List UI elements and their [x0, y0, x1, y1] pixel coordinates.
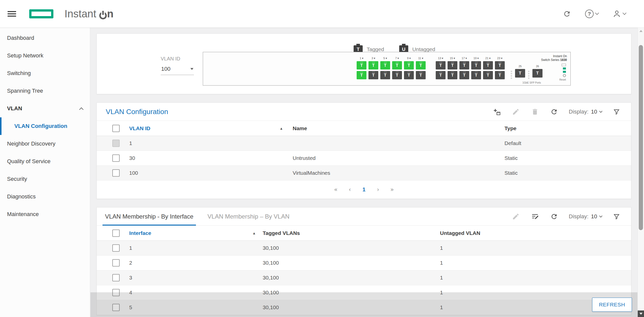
- cell-interface: 1: [129, 245, 132, 251]
- scroll-up-arrow[interactable]: [639, 30, 642, 32]
- help-menu[interactable]: ?: [585, 10, 598, 18]
- switch-port-14[interactable]: T: [436, 71, 446, 79]
- switch-port-5[interactable]: T: [380, 61, 390, 69]
- switch-port-20[interactable]: T: [471, 71, 481, 79]
- pagination-prev[interactable]: ‹: [349, 186, 351, 193]
- sfp-port-area: 25 T 26 T: [511, 65, 543, 79]
- switch-port-21[interactable]: T: [483, 61, 493, 69]
- row-checkbox[interactable]: [112, 169, 120, 177]
- column-header-tagged-vlans[interactable]: Tagged VLANs: [263, 230, 300, 236]
- switch-port-6[interactable]: T: [380, 71, 390, 79]
- refresh-table-button[interactable]: [550, 107, 559, 116]
- pagination-page-1[interactable]: 1: [362, 186, 365, 193]
- sidebar-item-spanning-tree[interactable]: Spanning Tree: [0, 82, 90, 100]
- display-count-dropdown[interactable]: Display: 10: [569, 109, 602, 115]
- pagination-last[interactable]: »: [390, 186, 393, 193]
- column-header-interface[interactable]: Interface: [129, 230, 151, 236]
- switch-port-22[interactable]: T: [483, 71, 493, 79]
- add-vlan-button[interactable]: [492, 107, 501, 116]
- switch-port-2[interactable]: T: [357, 71, 366, 79]
- port-number-label: 19 ▾: [473, 57, 479, 60]
- sidebar-item-vlan-configuration[interactable]: VLAN Configuration: [0, 117, 90, 135]
- switch-port-11[interactable]: T: [416, 61, 426, 69]
- row-checkbox[interactable]: [112, 259, 120, 267]
- refresh-table-button[interactable]: [550, 212, 559, 221]
- tab-vlan-membership-by-vlan[interactable]: VLAN Membership – By VLAN: [205, 207, 292, 225]
- switch-port-19[interactable]: T: [471, 61, 481, 69]
- cell-untagged-vlan: 1: [440, 260, 443, 266]
- column-header-type[interactable]: Type: [504, 125, 516, 131]
- table-row: 30 Untrusted Static: [97, 151, 631, 166]
- sync-icon[interactable]: [563, 10, 571, 18]
- edit-membership-button[interactable]: [511, 212, 520, 221]
- sidebar-item-neighbor-discovery[interactable]: Neighbor Discovery: [0, 135, 90, 153]
- switch-port-18[interactable]: T: [459, 71, 469, 79]
- switch-port-4[interactable]: T: [368, 71, 378, 79]
- user-menu[interactable]: [613, 10, 626, 18]
- sfp-caption: 1GbE SFP Ports: [506, 81, 557, 84]
- select-all-checkbox[interactable]: [112, 229, 120, 237]
- main-scrollbar[interactable]: [637, 28, 644, 317]
- switch-port-8[interactable]: T: [392, 71, 402, 79]
- column-header-vlan-id[interactable]: VLAN ID: [129, 125, 150, 131]
- switch-port-26[interactable]: T: [532, 69, 543, 78]
- pagination-first[interactable]: «: [334, 186, 337, 193]
- switch-port-15[interactable]: T: [448, 61, 457, 69]
- sidebar-item-dashboard[interactable]: Dashboard: [0, 29, 90, 47]
- display-label: Display:: [569, 109, 588, 115]
- delete-vlan-button[interactable]: [530, 107, 539, 116]
- scrollbar-thumb[interactable]: [639, 45, 643, 230]
- sidebar-item-maintenance[interactable]: Maintenance: [0, 205, 90, 223]
- scroll-down-arrow[interactable]: [638, 310, 644, 317]
- column-header-name[interactable]: Name: [293, 125, 307, 131]
- tab-vlan-membership-by-interface[interactable]: VLAN Membership - By Interface: [103, 207, 196, 225]
- vlan-id-dropdown[interactable]: 100: [161, 62, 194, 75]
- vlan-table-body: 1 Default 30 Untrusted Static 100 Virtua…: [97, 136, 631, 181]
- filter-button[interactable]: [612, 107, 621, 116]
- chevron-down-icon: [595, 11, 599, 15]
- switch-port-24[interactable]: T: [495, 71, 505, 79]
- sidebar-item-diagnostics[interactable]: Diagnostics: [0, 188, 90, 205]
- filter-button[interactable]: [612, 212, 621, 221]
- bulk-edit-button[interactable]: [530, 212, 539, 221]
- select-all-checkbox[interactable]: [112, 125, 120, 132]
- switch-port-17[interactable]: T: [459, 61, 469, 69]
- sidebar-item-label: Security: [7, 176, 27, 182]
- hpe-logo: [29, 9, 53, 18]
- port-number-label: 23 ▾: [497, 57, 502, 60]
- funnel-icon: [613, 108, 620, 115]
- port-column: 13 ▾TT: [436, 57, 446, 79]
- edit-vlan-button[interactable]: [511, 107, 520, 116]
- hamburger-menu-icon[interactable]: [8, 10, 16, 18]
- switch-model-number: 1830: [560, 58, 567, 62]
- port-column: 11 ▾TT: [416, 57, 426, 79]
- switch-port-16[interactable]: T: [448, 71, 457, 79]
- sidebar-item-switching[interactable]: Switching: [0, 64, 90, 82]
- display-count-dropdown[interactable]: Display: 10: [569, 213, 602, 220]
- switch-port-23[interactable]: T: [495, 61, 505, 69]
- switch-port-12[interactable]: T: [416, 71, 426, 79]
- sidebar-item-setup-network[interactable]: Setup Network: [0, 47, 90, 64]
- brand-text: Instant: [64, 8, 96, 20]
- row-checkbox[interactable]: [112, 274, 120, 281]
- row-checkbox[interactable]: [112, 244, 120, 252]
- switch-port-13[interactable]: T: [436, 61, 446, 69]
- switch-port-7[interactable]: T: [392, 61, 402, 69]
- switch-port-9[interactable]: T: [404, 61, 414, 69]
- vlan-id-value: 100: [161, 66, 171, 72]
- sidebar-item-vlan[interactable]: VLAN: [0, 100, 90, 117]
- switch-port-3[interactable]: T: [368, 61, 378, 69]
- switch-port-1[interactable]: T: [357, 61, 366, 69]
- switch-port-10[interactable]: T: [404, 71, 414, 79]
- column-header-untagged-vlan[interactable]: Untagged VLAN: [440, 230, 480, 236]
- sidebar-item-security[interactable]: Security: [0, 170, 90, 188]
- row-checkbox[interactable]: [112, 155, 120, 162]
- pagination-next[interactable]: ›: [377, 186, 379, 193]
- membership-toolbar: Display: 10: [511, 212, 621, 221]
- refresh-page-button[interactable]: REFRESH: [592, 298, 632, 312]
- untagged-label: Untagged: [412, 46, 435, 52]
- sidebar-item-quality-of-service[interactable]: Quality of Service: [0, 153, 90, 170]
- switch-port-25[interactable]: T: [515, 69, 525, 78]
- port-column: 9 ▾TT: [404, 57, 414, 79]
- cell-tagged-vlans: 30,100: [263, 260, 279, 266]
